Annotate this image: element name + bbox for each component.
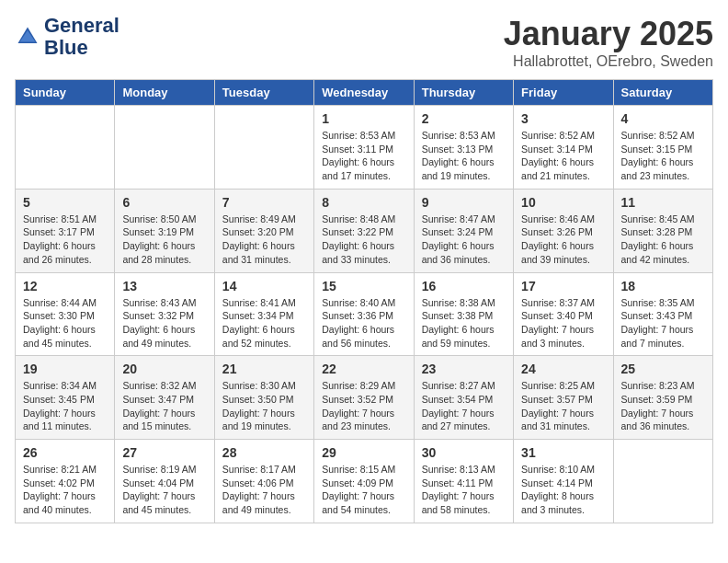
calendar-cell: 12Sunrise: 8:44 AM Sunset: 3:30 PM Dayli…: [16, 272, 115, 356]
day-info: Sunrise: 8:34 AM Sunset: 3:45 PM Dayligh…: [23, 379, 107, 433]
calendar-cell: 18Sunrise: 8:35 AM Sunset: 3:43 PM Dayli…: [613, 272, 712, 356]
day-info: Sunrise: 8:23 AM Sunset: 3:59 PM Dayligh…: [621, 379, 705, 433]
day-info: Sunrise: 8:53 AM Sunset: 3:11 PM Dayligh…: [322, 129, 405, 183]
day-info: Sunrise: 8:19 AM Sunset: 4:04 PM Dayligh…: [122, 463, 206, 517]
day-info: Sunrise: 8:10 AM Sunset: 4:14 PM Dayligh…: [521, 463, 605, 517]
day-number: 9: [422, 195, 506, 210]
day-number: 10: [521, 195, 605, 210]
calendar-cell: 20Sunrise: 8:32 AM Sunset: 3:47 PM Dayli…: [115, 356, 214, 440]
day-info: Sunrise: 8:50 AM Sunset: 3:19 PM Dayligh…: [122, 213, 206, 267]
logo-icon: [15, 24, 40, 50]
day-number: 12: [23, 279, 107, 293]
logo: General Blue: [15, 15, 119, 59]
day-number: 28: [222, 445, 306, 460]
day-number: 18: [621, 279, 705, 293]
day-of-week-header: Wednesday: [314, 80, 414, 106]
day-number: 29: [322, 445, 405, 460]
calendar-cell: 2Sunrise: 8:53 AM Sunset: 3:13 PM Daylig…: [414, 106, 513, 190]
day-number: 5: [23, 195, 107, 210]
calendar-cell: 28Sunrise: 8:17 AM Sunset: 4:06 PM Dayli…: [214, 440, 313, 523]
calendar-cell: [214, 106, 313, 190]
day-number: 16: [422, 279, 506, 293]
day-info: Sunrise: 8:15 AM Sunset: 4:09 PM Dayligh…: [322, 463, 405, 517]
day-of-week-header: Thursday: [414, 80, 513, 106]
title-area: January 2025 Hallabrottet, OErebro, Swed…: [504, 15, 713, 70]
day-number: 30: [422, 445, 506, 460]
calendar-week-row: 5Sunrise: 8:51 AM Sunset: 3:17 PM Daylig…: [16, 189, 713, 272]
day-info: Sunrise: 8:37 AM Sunset: 3:40 PM Dayligh…: [521, 296, 605, 350]
calendar-week-row: 12Sunrise: 8:44 AM Sunset: 3:30 PM Dayli…: [16, 272, 713, 356]
calendar-cell: 3Sunrise: 8:52 AM Sunset: 3:14 PM Daylig…: [514, 106, 613, 190]
day-info: Sunrise: 8:44 AM Sunset: 3:30 PM Dayligh…: [23, 296, 107, 350]
day-of-week-header: Sunday: [16, 80, 115, 106]
page-header: General Blue January 2025 Hallabrottet, …: [15, 15, 713, 70]
day-info: Sunrise: 8:21 AM Sunset: 4:02 PM Dayligh…: [23, 463, 107, 517]
calendar-cell: [115, 106, 214, 190]
calendar-cell: 27Sunrise: 8:19 AM Sunset: 4:04 PM Dayli…: [115, 440, 214, 523]
calendar-cell: 1Sunrise: 8:53 AM Sunset: 3:11 PM Daylig…: [314, 106, 414, 190]
day-info: Sunrise: 8:13 AM Sunset: 4:11 PM Dayligh…: [422, 463, 506, 517]
day-info: Sunrise: 8:43 AM Sunset: 3:32 PM Dayligh…: [122, 296, 206, 350]
calendar-cell: 17Sunrise: 8:37 AM Sunset: 3:40 PM Dayli…: [514, 272, 613, 356]
day-number: 19: [23, 362, 107, 376]
calendar-cell: 29Sunrise: 8:15 AM Sunset: 4:09 PM Dayli…: [314, 440, 414, 523]
day-info: Sunrise: 8:53 AM Sunset: 3:13 PM Dayligh…: [422, 129, 506, 183]
day-info: Sunrise: 8:27 AM Sunset: 3:54 PM Dayligh…: [422, 379, 506, 433]
calendar-cell: 8Sunrise: 8:48 AM Sunset: 3:22 PM Daylig…: [314, 189, 414, 272]
day-number: 4: [621, 111, 705, 126]
calendar-cell: 4Sunrise: 8:52 AM Sunset: 3:15 PM Daylig…: [613, 106, 712, 190]
day-info: Sunrise: 8:40 AM Sunset: 3:36 PM Dayligh…: [322, 296, 405, 350]
day-info: Sunrise: 8:47 AM Sunset: 3:24 PM Dayligh…: [422, 213, 506, 267]
day-info: Sunrise: 8:41 AM Sunset: 3:34 PM Dayligh…: [222, 296, 306, 350]
day-info: Sunrise: 8:52 AM Sunset: 3:15 PM Dayligh…: [621, 129, 705, 183]
calendar: SundayMondayTuesdayWednesdayThursdayFrid…: [15, 79, 713, 523]
calendar-cell: 25Sunrise: 8:23 AM Sunset: 3:59 PM Dayli…: [613, 356, 712, 440]
day-number: 24: [521, 362, 605, 376]
calendar-cell: 15Sunrise: 8:40 AM Sunset: 3:36 PM Dayli…: [314, 272, 414, 356]
calendar-cell: 19Sunrise: 8:34 AM Sunset: 3:45 PM Dayli…: [16, 356, 115, 440]
day-number: 8: [322, 195, 405, 210]
day-info: Sunrise: 8:30 AM Sunset: 3:50 PM Dayligh…: [222, 379, 306, 433]
day-info: Sunrise: 8:48 AM Sunset: 3:22 PM Dayligh…: [322, 213, 405, 267]
calendar-cell: 21Sunrise: 8:30 AM Sunset: 3:50 PM Dayli…: [214, 356, 313, 440]
calendar-cell: 10Sunrise: 8:46 AM Sunset: 3:26 PM Dayli…: [514, 189, 613, 272]
day-number: 22: [322, 362, 405, 376]
day-info: Sunrise: 8:35 AM Sunset: 3:43 PM Dayligh…: [621, 296, 705, 350]
day-number: 13: [122, 279, 206, 293]
day-info: Sunrise: 8:52 AM Sunset: 3:14 PM Dayligh…: [521, 129, 605, 183]
day-number: 6: [122, 195, 206, 210]
calendar-cell: 9Sunrise: 8:47 AM Sunset: 3:24 PM Daylig…: [414, 189, 513, 272]
day-of-week-header: Saturday: [613, 80, 712, 106]
calendar-cell: 31Sunrise: 8:10 AM Sunset: 4:14 PM Dayli…: [514, 440, 613, 523]
day-info: Sunrise: 8:25 AM Sunset: 3:57 PM Dayligh…: [521, 379, 605, 433]
day-number: 2: [422, 111, 506, 126]
day-number: 1: [322, 111, 405, 126]
day-number: 17: [521, 279, 605, 293]
day-number: 14: [222, 279, 306, 293]
day-info: Sunrise: 8:32 AM Sunset: 3:47 PM Dayligh…: [122, 379, 206, 433]
day-info: Sunrise: 8:49 AM Sunset: 3:20 PM Dayligh…: [222, 213, 306, 267]
calendar-cell: 11Sunrise: 8:45 AM Sunset: 3:28 PM Dayli…: [613, 189, 712, 272]
calendar-cell: [613, 440, 712, 523]
day-number: 21: [222, 362, 306, 376]
day-info: Sunrise: 8:46 AM Sunset: 3:26 PM Dayligh…: [521, 213, 605, 267]
calendar-cell: 23Sunrise: 8:27 AM Sunset: 3:54 PM Dayli…: [414, 356, 513, 440]
calendar-week-row: 19Sunrise: 8:34 AM Sunset: 3:45 PM Dayli…: [16, 356, 713, 440]
day-info: Sunrise: 8:38 AM Sunset: 3:38 PM Dayligh…: [422, 296, 506, 350]
calendar-week-row: 1Sunrise: 8:53 AM Sunset: 3:11 PM Daylig…: [16, 106, 713, 190]
day-number: 27: [122, 445, 206, 460]
calendar-cell: 30Sunrise: 8:13 AM Sunset: 4:11 PM Dayli…: [414, 440, 513, 523]
day-number: 23: [422, 362, 506, 376]
logo-text: General Blue: [44, 15, 119, 59]
calendar-header-row: SundayMondayTuesdayWednesdayThursdayFrid…: [16, 80, 713, 106]
day-number: 20: [122, 362, 206, 376]
day-of-week-header: Tuesday: [214, 80, 313, 106]
day-number: 31: [521, 445, 605, 460]
month-title: January 2025: [504, 15, 713, 53]
day-of-week-header: Monday: [115, 80, 214, 106]
day-info: Sunrise: 8:29 AM Sunset: 3:52 PM Dayligh…: [322, 379, 405, 433]
day-of-week-header: Friday: [514, 80, 613, 106]
calendar-cell: 24Sunrise: 8:25 AM Sunset: 3:57 PM Dayli…: [514, 356, 613, 440]
calendar-cell: 5Sunrise: 8:51 AM Sunset: 3:17 PM Daylig…: [16, 189, 115, 272]
day-number: 26: [23, 445, 107, 460]
